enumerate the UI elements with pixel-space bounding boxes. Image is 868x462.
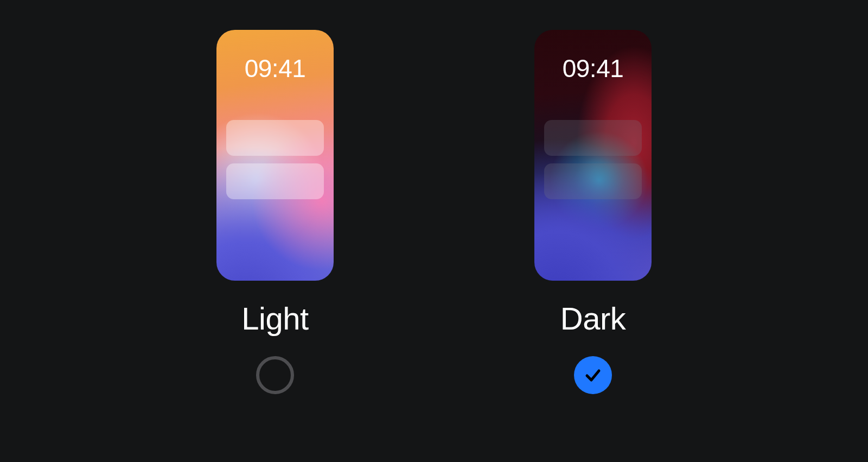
appearance-option-dark[interactable]: 09:41 Dark — [534, 30, 652, 394]
notification-placeholder — [544, 120, 642, 156]
lockscreen-time: 09:41 — [216, 54, 334, 83]
notification-placeholder — [544, 163, 642, 199]
radio-unselected-icon[interactable] — [256, 356, 294, 394]
appearance-picker: 09:41 Light 09:41 Dark — [0, 0, 868, 394]
notification-stack — [226, 120, 324, 199]
appearance-preview-light: 09:41 — [216, 30, 334, 281]
notification-placeholder — [226, 120, 324, 156]
appearance-option-label: Dark — [560, 300, 626, 337]
lockscreen-time: 09:41 — [534, 54, 652, 83]
appearance-preview-dark: 09:41 — [534, 30, 652, 281]
radio-selected-icon[interactable] — [574, 356, 612, 394]
checkmark-icon — [582, 364, 604, 386]
notification-stack — [544, 120, 642, 199]
notification-placeholder — [226, 163, 324, 199]
appearance-option-light[interactable]: 09:41 Light — [216, 30, 334, 394]
appearance-option-label: Light — [241, 300, 308, 337]
